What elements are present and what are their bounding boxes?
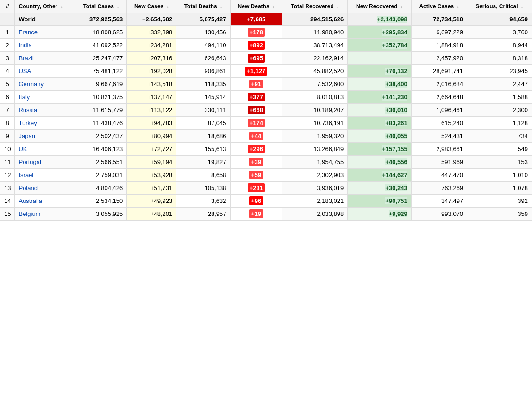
row-new-recovered: +90,751 (348, 195, 412, 208)
world-num (0, 13, 15, 26)
country-link[interactable]: France (19, 29, 37, 36)
row-new-deaths: +296 (230, 143, 282, 156)
row-new-deaths: +44 (230, 130, 282, 143)
row-new-cases: +332,398 (127, 26, 176, 39)
row-country[interactable]: Australia (15, 195, 75, 208)
col-header-total-deaths[interactable]: Total Deaths ↕ (176, 0, 230, 13)
country-link[interactable]: Israel (19, 171, 33, 178)
row-serious: 8,318 (467, 52, 532, 65)
row-country[interactable]: Israel (15, 169, 75, 182)
row-new-recovered: +76,132 (348, 65, 412, 78)
row-total-cases: 9,667,619 (75, 78, 127, 91)
new-deaths-badge: +1,127 (245, 67, 267, 76)
row-country[interactable]: Germany (15, 78, 75, 91)
col-header-total-recovered[interactable]: Total Recovered ↕ (282, 0, 348, 13)
row-num: 5 (0, 78, 15, 91)
world-new-cases: +2,654,602 (127, 13, 176, 26)
row-num: 9 (0, 130, 15, 143)
row-country[interactable]: Belgium (15, 208, 75, 221)
col-header-serious[interactable]: Serious, Critical ↕ (467, 0, 532, 13)
col-header-new-cases[interactable]: New Cases ↓ (127, 0, 176, 13)
row-country[interactable]: Brazil (15, 52, 75, 65)
row-new-deaths: +19 (230, 208, 282, 221)
world-row: World 372,925,563 +2,654,602 5,675,427 +… (0, 13, 532, 26)
row-active-cases: 447,470 (411, 169, 467, 182)
row-country[interactable]: Turkey (15, 117, 75, 130)
table-row: 8 Turkey 11,438,476 +94,783 87,045 +174 … (0, 117, 532, 130)
new-deaths-badge: +44 (249, 132, 263, 140)
row-total-deaths: 8,658 (176, 169, 230, 182)
new-deaths-badge: +178 (248, 28, 265, 37)
row-num: 3 (0, 52, 15, 65)
new-deaths-badge: +377 (248, 93, 265, 101)
row-total-cases: 10,821,375 (75, 91, 127, 104)
country-link[interactable]: Australia (19, 197, 42, 204)
row-active-cases: 993,070 (411, 208, 467, 221)
new-deaths-badge: +892 (248, 41, 265, 50)
country-link[interactable]: Russia (19, 107, 37, 114)
row-num: 4 (0, 65, 15, 78)
row-new-cases: +80,994 (127, 130, 176, 143)
country-link[interactable]: Poland (19, 184, 37, 191)
row-country[interactable]: UK (15, 143, 75, 156)
row-new-recovered: +9,929 (348, 208, 412, 221)
row-country[interactable]: Portugal (15, 156, 75, 169)
row-country[interactable]: France (15, 26, 75, 39)
country-link[interactable]: USA (19, 68, 31, 75)
country-link[interactable]: Germany (19, 81, 43, 88)
row-total-cases: 2,566,551 (75, 156, 127, 169)
col-header-active-cases[interactable]: Active Cases ↕ (411, 0, 467, 13)
row-serious: 1,010 (467, 169, 532, 182)
row-num: 2 (0, 39, 15, 52)
country-link[interactable]: Turkey (19, 120, 37, 126)
new-deaths-badge: +296 (248, 145, 265, 153)
col-new-deaths-sort-icon: ↕ (272, 4, 275, 9)
row-total-recovered: 3,936,019 (282, 182, 348, 195)
col-header-num[interactable]: # (0, 0, 15, 13)
new-deaths-badge: +668 (248, 106, 265, 114)
row-total-cases: 4,804,426 (75, 182, 127, 195)
row-new-deaths: +39 (230, 156, 282, 169)
col-new-recovered-sort-icon: ↕ (401, 4, 403, 9)
country-link[interactable]: Italy (19, 94, 30, 101)
row-country[interactable]: India (15, 39, 75, 52)
row-serious: 549 (467, 143, 532, 156)
row-new-cases: +143,518 (127, 78, 176, 91)
row-new-recovered: +144,627 (348, 169, 412, 182)
country-link[interactable]: Portugal (19, 158, 41, 165)
country-link[interactable]: Brazil (19, 55, 34, 62)
row-new-recovered: +38,400 (348, 78, 412, 91)
col-header-new-deaths[interactable]: New Deaths ↕ (230, 0, 282, 13)
row-country[interactable]: Russia (15, 104, 75, 117)
country-link[interactable]: Belgium (19, 210, 40, 217)
row-country[interactable]: Italy (15, 91, 75, 104)
world-total-recovered: 294,515,626 (282, 13, 348, 26)
row-new-cases: +59,194 (127, 156, 176, 169)
row-country[interactable]: USA (15, 65, 75, 78)
row-num: 11 (0, 156, 15, 169)
country-link[interactable]: UK (19, 145, 27, 152)
row-active-cases: 6,697,229 (411, 26, 467, 39)
row-new-recovered: +157,155 (348, 143, 412, 156)
row-total-deaths: 19,827 (176, 156, 230, 169)
table-row: 6 Italy 10,821,375 +137,147 145,914 +377… (0, 91, 532, 104)
table-row: 15 Belgium 3,055,925 +48,201 28,957 +19 … (0, 208, 532, 221)
row-new-recovered: +40,055 (348, 130, 412, 143)
row-new-recovered: +83,261 (348, 117, 412, 130)
world-total-cases: 372,925,563 (75, 13, 127, 26)
table-row: 3 Brazil 25,247,477 +207,316 626,643 +69… (0, 52, 532, 65)
col-header-total-cases[interactable]: Total Cases ↕ (75, 0, 127, 13)
country-link[interactable]: India (19, 42, 31, 49)
row-new-deaths: +668 (230, 104, 282, 117)
row-country[interactable]: Japan (15, 130, 75, 143)
row-active-cases: 347,497 (411, 195, 467, 208)
row-num: 6 (0, 91, 15, 104)
col-header-new-recovered[interactable]: New Recovered ↕ (348, 0, 412, 13)
row-new-recovered: +30,010 (348, 104, 412, 117)
row-country[interactable]: Poland (15, 182, 75, 195)
world-new-recovered: +2,143,098 (348, 13, 412, 26)
row-total-recovered: 2,183,021 (282, 195, 348, 208)
country-link[interactable]: Japan (19, 133, 35, 139)
row-total-deaths: 155,613 (176, 143, 230, 156)
col-header-country[interactable]: Country, Other ↕ (15, 0, 75, 13)
